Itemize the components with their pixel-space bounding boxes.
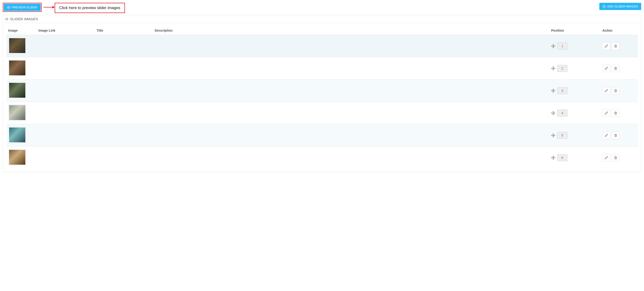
position-input[interactable] bbox=[557, 110, 568, 116]
position-input[interactable] bbox=[557, 132, 568, 139]
drag-handle-icon[interactable] bbox=[551, 66, 555, 70]
svg-point-10 bbox=[6, 19, 6, 19]
thumbnail-image bbox=[9, 83, 25, 98]
delete-button[interactable] bbox=[612, 154, 620, 162]
trash-icon bbox=[614, 134, 617, 137]
position-input[interactable] bbox=[557, 42, 568, 50]
edit-button[interactable] bbox=[602, 154, 610, 162]
thumbnail-image bbox=[9, 150, 25, 165]
col-action: Action bbox=[600, 26, 638, 35]
cell-title bbox=[95, 80, 153, 102]
cell-link bbox=[36, 57, 95, 80]
thumbnail-image bbox=[9, 60, 25, 75]
table-row bbox=[6, 146, 638, 169]
col-image: Image bbox=[6, 26, 36, 35]
cell-link bbox=[36, 35, 95, 57]
cell-title bbox=[95, 124, 153, 146]
table-row bbox=[6, 35, 638, 57]
thumbnail-image bbox=[9, 128, 25, 142]
add-slider-images-button[interactable]: ADD SLIDER IMAGES bbox=[599, 3, 641, 10]
cell-title bbox=[95, 57, 153, 80]
table-row bbox=[6, 80, 638, 102]
delete-button[interactable] bbox=[612, 42, 620, 50]
annotation-arrow bbox=[43, 6, 55, 12]
pencil-icon bbox=[605, 67, 608, 70]
table-row bbox=[6, 57, 638, 80]
pencil-icon bbox=[605, 134, 608, 137]
delete-button[interactable] bbox=[612, 132, 620, 139]
slider-images-table: Image Image Link Title Description Posit… bbox=[6, 26, 638, 169]
cell-link bbox=[36, 146, 95, 169]
drag-handle-icon[interactable] bbox=[551, 89, 555, 93]
pencil-icon bbox=[605, 89, 608, 92]
trash-icon bbox=[614, 89, 617, 92]
annotation-text: Click here to preview slider images bbox=[55, 3, 125, 13]
eye-icon bbox=[7, 6, 10, 9]
image-thumbnail[interactable] bbox=[8, 149, 26, 166]
pencil-icon bbox=[605, 44, 608, 48]
image-thumbnail[interactable] bbox=[8, 37, 26, 54]
panel-title: SLIDER IMAGES bbox=[10, 17, 38, 21]
edit-button[interactable] bbox=[602, 42, 610, 50]
table-row bbox=[6, 102, 638, 124]
edit-button[interactable] bbox=[602, 65, 610, 72]
delete-button[interactable] bbox=[612, 109, 620, 117]
preview-slider-button[interactable]: PREVIEW SLIDER bbox=[4, 4, 41, 11]
col-link: Image Link bbox=[36, 26, 95, 35]
image-thumbnail[interactable] bbox=[8, 82, 26, 99]
panel-heading: SLIDER IMAGES bbox=[3, 15, 641, 23]
drag-handle-icon[interactable] bbox=[551, 133, 555, 138]
drag-handle-icon[interactable] bbox=[551, 156, 555, 160]
position-input[interactable] bbox=[557, 65, 568, 72]
list-icon bbox=[5, 18, 8, 21]
cell-description bbox=[153, 102, 549, 124]
cell-description bbox=[153, 57, 549, 80]
pencil-icon bbox=[605, 112, 608, 115]
thumbnail-image bbox=[9, 38, 25, 53]
cell-description bbox=[153, 35, 549, 57]
image-thumbnail[interactable] bbox=[8, 60, 26, 76]
position-input[interactable] bbox=[557, 87, 568, 94]
col-position: Position bbox=[549, 26, 600, 35]
cell-link bbox=[36, 124, 95, 146]
svg-marker-2 bbox=[52, 6, 55, 8]
edit-button[interactable] bbox=[602, 109, 610, 117]
cell-title bbox=[95, 146, 153, 169]
annotation-highlight-box: PREVIEW SLIDER bbox=[3, 3, 42, 12]
svg-point-9 bbox=[6, 18, 6, 18]
plus-circle-icon bbox=[602, 5, 606, 8]
cell-description bbox=[153, 146, 549, 169]
cell-link bbox=[36, 102, 95, 124]
pencil-icon bbox=[605, 156, 608, 159]
trash-icon bbox=[614, 156, 617, 159]
col-title: Title bbox=[95, 26, 153, 35]
svg-point-0 bbox=[8, 7, 9, 8]
position-input[interactable] bbox=[557, 154, 568, 161]
drag-handle-icon[interactable] bbox=[551, 111, 555, 115]
preview-slider-label: PREVIEW SLIDER bbox=[12, 6, 38, 9]
cell-description bbox=[153, 124, 549, 146]
edit-button[interactable] bbox=[602, 132, 610, 139]
trash-icon bbox=[614, 112, 617, 115]
cell-title bbox=[95, 35, 153, 57]
table-row bbox=[6, 124, 638, 146]
cell-description bbox=[153, 80, 549, 102]
edit-button[interactable] bbox=[602, 87, 610, 94]
trash-icon bbox=[614, 44, 617, 48]
thumbnail-image bbox=[9, 105, 25, 120]
slider-images-panel: SLIDER IMAGES Image Image Link Title Des… bbox=[3, 15, 641, 172]
delete-button[interactable] bbox=[612, 65, 620, 72]
drag-handle-icon[interactable] bbox=[551, 44, 555, 48]
image-thumbnail[interactable] bbox=[8, 126, 26, 143]
cell-link bbox=[36, 80, 95, 102]
svg-point-11 bbox=[6, 20, 6, 20]
top-bar: PREVIEW SLIDER Click here to preview sli… bbox=[3, 3, 641, 13]
image-thumbnail[interactable] bbox=[8, 104, 26, 121]
col-description: Description bbox=[153, 26, 549, 35]
delete-button[interactable] bbox=[612, 87, 620, 94]
add-slider-images-label: ADD SLIDER IMAGES bbox=[607, 5, 638, 8]
cell-title bbox=[95, 102, 153, 124]
trash-icon bbox=[614, 67, 617, 70]
